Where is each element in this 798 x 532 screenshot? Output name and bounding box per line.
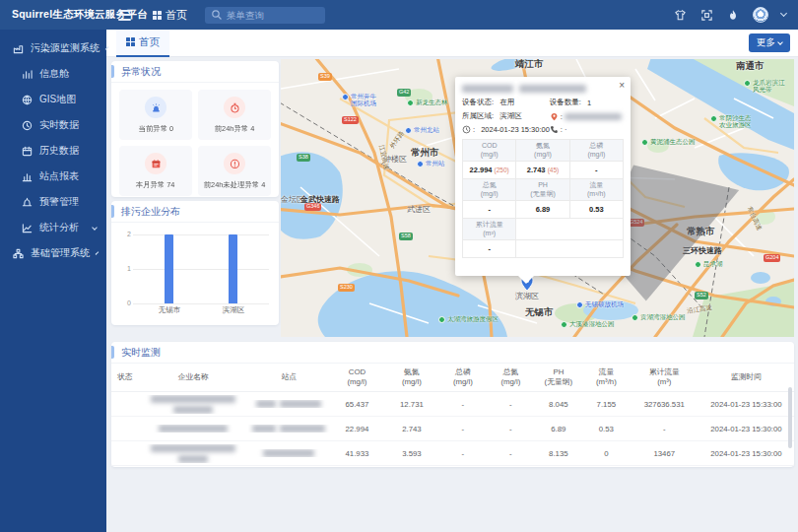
device-phone: : ·	[550, 125, 624, 134]
map-poi-park[interactable]: 常阴沙生态 农业旅游区	[710, 114, 752, 129]
table-scrollbar[interactable]	[788, 387, 792, 448]
map-label-city: 靖江市	[515, 59, 544, 70]
park-icon	[641, 139, 648, 146]
sidebar-item-info-board[interactable]: 信息舱	[0, 61, 106, 87]
abnormal-status-panel: 异常状况 当前异常 0 前24h异常 4 本月异常 74 前24h未处理异常 4	[111, 61, 279, 197]
card-unhandled-abnormal[interactable]: 前24h未处理异常 4	[198, 146, 271, 196]
sidebar-section-base-system[interactable]: 基础管理系统	[0, 240, 106, 266]
device-info-popup: × 设备状态: 在用 设备数量: 1 所属区域: 滨湖区 : : 2024-01…	[455, 77, 631, 276]
fullscreen-icon[interactable]	[699, 8, 713, 22]
sidebar-item-history-data[interactable]: 历史数据	[0, 138, 106, 164]
map-label-city: 常州市	[411, 148, 439, 159]
card-month-abnormal[interactable]: 本月异常 74	[119, 146, 192, 196]
park-icon	[438, 316, 445, 323]
map-poi-park[interactable]: 新龙生态林	[407, 99, 448, 106]
sidebar-section-pollution-monitor[interactable]: 污染源监测系统	[0, 35, 106, 61]
map-poi-station[interactable]: 常州站	[417, 160, 445, 167]
table-row[interactable]: 65.437 12.731 - - 8.045 7.155 327636.531…	[111, 392, 794, 417]
theme-skin-icon[interactable]	[673, 8, 687, 22]
table-row[interactable]: 22.994 2.743 - - 6.89 0.53 - 2024-01-23 …	[111, 417, 794, 441]
calendar-icon	[145, 153, 166, 174]
more-button[interactable]: 更多	[749, 33, 790, 52]
menu-search[interactable]	[205, 7, 325, 24]
panel-title: 排污企业分布	[111, 201, 279, 223]
sidebar-item-realtime-data[interactable]: 实时数据	[0, 112, 106, 138]
user-menu-chevron-down-icon[interactable]	[780, 10, 787, 17]
road-badge: S39	[318, 73, 332, 81]
table-row[interactable]: 41.933 3.593 - - 8.135 0 13467 2024-01-2…	[111, 441, 794, 466]
map-poi-park[interactable]: 龙爪岩滨江 风光带	[744, 79, 785, 94]
tab-grid-icon	[126, 37, 135, 46]
road-badge: S58	[399, 233, 413, 240]
road-badge: S230	[338, 284, 355, 292]
map-poi-airport[interactable]: 无锡硕放机场	[576, 300, 624, 308]
road-badge: S38	[297, 154, 310, 162]
airport-icon	[342, 94, 349, 100]
user-avatar[interactable]	[753, 7, 768, 23]
app-logo: Squirrel生态环境云服务平台	[0, 8, 106, 22]
map-poi-park[interactable]: 昆承湖	[695, 260, 723, 268]
bar-wuxi[interactable]	[165, 234, 173, 303]
card-current-abnormal[interactable]: 当前异常 0	[119, 90, 192, 140]
device-status: 设备状态: 在用	[462, 98, 550, 107]
device-region: 所属区域: 滨湖区	[462, 111, 550, 121]
sidebar-item-statistics[interactable]: 统计分析	[0, 215, 106, 240]
train-station-icon	[405, 127, 412, 134]
phone-icon	[550, 125, 559, 134]
road-badge: G204	[764, 254, 780, 262]
map-poi-park[interactable]: 太湖湾旅游度假区	[438, 315, 499, 323]
location-pin-icon	[550, 112, 559, 121]
redacted-company-name	[139, 444, 248, 463]
park-icon	[632, 314, 638, 321]
device-address: :	[550, 111, 624, 121]
map-label-road: 金武快速路	[300, 195, 340, 204]
realtime-monitor-panel: 实时监测 状态 企业名称 站点 COD(mg/l) 氨氮(mg/l) 总磷(mg…	[111, 342, 794, 467]
card-last24h-abnormal[interactable]: 前24h异常 4	[198, 90, 271, 140]
train-station-icon	[417, 161, 424, 167]
clock-icon	[462, 125, 471, 134]
redacted-company-name	[139, 425, 248, 432]
map-label-district: 武进区	[407, 205, 431, 214]
clock-icon	[21, 119, 33, 131]
redacted-company-title	[462, 85, 624, 93]
map-poi-station[interactable]: 常州北站	[405, 126, 439, 134]
popup-close-icon[interactable]: ×	[619, 80, 625, 91]
road-badge: G42	[397, 89, 411, 97]
road-badge: S122	[342, 116, 359, 124]
warning-circle-icon	[224, 153, 245, 174]
redacted-station-name	[248, 449, 330, 457]
park-icon	[744, 80, 751, 87]
park-icon	[561, 321, 567, 328]
map-poi-park[interactable]: 贡湖湾湿地公园	[632, 313, 686, 321]
table-header-row: 状态 企业名称 站点 COD(mg/l) 氨氮(mg/l) 总磷(mg/l) 总…	[111, 364, 794, 392]
nav-home[interactable]: 首页	[153, 8, 187, 23]
top-header: Squirrel生态环境云服务平台 首页	[0, 0, 798, 30]
menu-toggle-icon[interactable]	[118, 10, 131, 21]
bar-chart: 2 1 0 无锡市 滨湖区	[117, 225, 273, 323]
history-icon	[21, 145, 33, 157]
device-count: 设备数量: 1	[550, 98, 624, 107]
sidebar-item-gis-map[interactable]: GIS地图	[0, 87, 106, 112]
redacted-station-name	[248, 400, 330, 408]
airport-icon	[576, 301, 583, 308]
tab-home[interactable]: 首页	[116, 30, 169, 57]
popup-metrics-table: COD(mg/l) 氨氮(mg/l) 总磷(mg/l) 22.994 (250)…	[462, 139, 624, 258]
dashboard-icon	[21, 68, 33, 80]
bar-binhu[interactable]	[229, 234, 237, 303]
park-icon	[407, 100, 414, 106]
sidebar-item-station-report[interactable]: 站点报表	[0, 164, 106, 189]
globe-icon	[21, 94, 33, 105]
map-poi-park[interactable]: 大溪港湿地公园	[561, 320, 615, 328]
enterprise-distribution-panel: 排污企业分布 2 1 0 无锡市 滨湖区	[111, 201, 279, 325]
redacted-station-name	[248, 425, 330, 432]
search-icon	[211, 8, 223, 22]
panel-title: 异常状况	[111, 61, 279, 83]
map-poi-airport[interactable]: 常州奔牛 国际机场	[342, 93, 376, 107]
flame-icon[interactable]	[726, 8, 740, 22]
search-input[interactable]	[227, 10, 319, 21]
chevron-down-icon	[92, 225, 98, 231]
map-poi-park[interactable]: 黄泥浦生态公园	[641, 138, 696, 146]
sidebar-item-alert-management[interactable]: 预警管理	[0, 189, 106, 215]
device-time: : 2024-01-23 15:30:00	[462, 125, 550, 134]
org-tree-icon	[12, 247, 24, 259]
